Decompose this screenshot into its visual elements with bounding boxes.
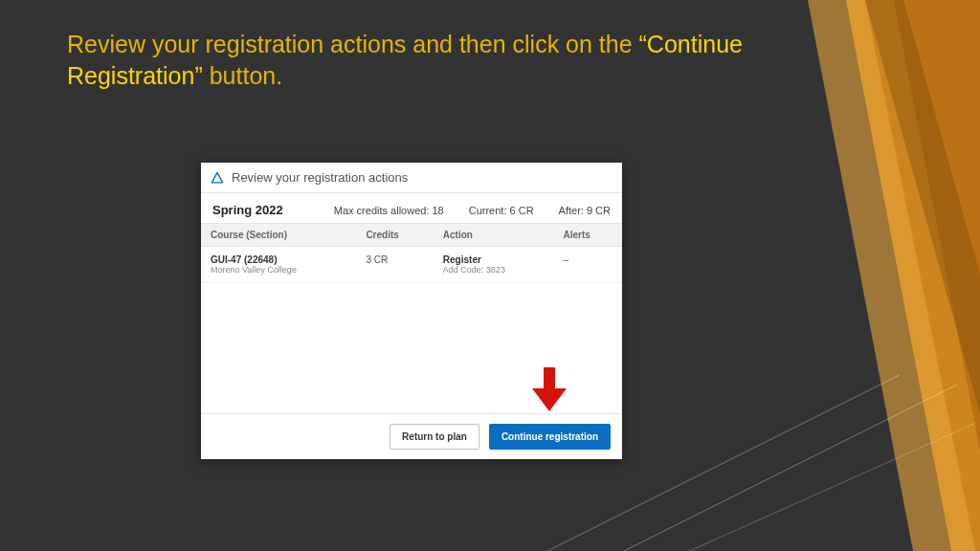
table-row: GUI-47 (22648) Moreno Valley College 3 C… (201, 247, 622, 283)
course-college: Moreno Valley College (211, 265, 346, 275)
action-addcode: Add Code: 3823 (443, 265, 545, 275)
warning-triangle-icon (211, 171, 224, 185)
cell-alerts: – (554, 247, 622, 283)
current-credits: Current: 6 CR (469, 205, 534, 216)
slide-headline: Review your registration actions and the… (67, 29, 756, 91)
slide: Review your registration actions and the… (0, 0, 980, 551)
max-credits: Max credits allowed: 18 (334, 205, 444, 216)
continue-registration-button[interactable]: Continue registration (489, 424, 611, 450)
col-action: Action (434, 224, 554, 247)
col-course: Course (Section) (201, 224, 356, 247)
term-label: Spring 2022 (212, 203, 309, 217)
col-alerts: Alerts (554, 224, 622, 247)
cell-action: Register Add Code: 3823 (434, 247, 554, 283)
course-code: GUI-47 (22648) (211, 254, 346, 265)
term-summary-row: Spring 2022 Max credits allowed: 18 Curr… (201, 193, 622, 223)
panel-header: Review your registration actions (201, 163, 622, 193)
red-arrow-icon (530, 367, 568, 411)
actions-table: Course (Section) Credits Action Alerts G… (201, 223, 622, 283)
cell-course: GUI-47 (22648) Moreno Valley College (201, 247, 356, 283)
return-to-plan-button[interactable]: Return to plan (390, 424, 479, 450)
panel-footer: Return to plan Continue registration (201, 413, 622, 459)
panel-title: Review your registration actions (232, 170, 408, 185)
col-credits: Credits (356, 224, 433, 247)
headline-part1: Review your registration actions and the… (67, 31, 639, 57)
table-header-row: Course (Section) Credits Action Alerts (201, 224, 622, 247)
cell-credits: 3 CR (356, 247, 433, 283)
svg-line-6 (612, 423, 976, 551)
after-credits: After: 9 CR (559, 205, 611, 216)
headline-part3: button. (203, 62, 282, 89)
registration-review-panel: Review your registration actions Spring … (201, 163, 622, 459)
action-type: Register (443, 254, 545, 265)
